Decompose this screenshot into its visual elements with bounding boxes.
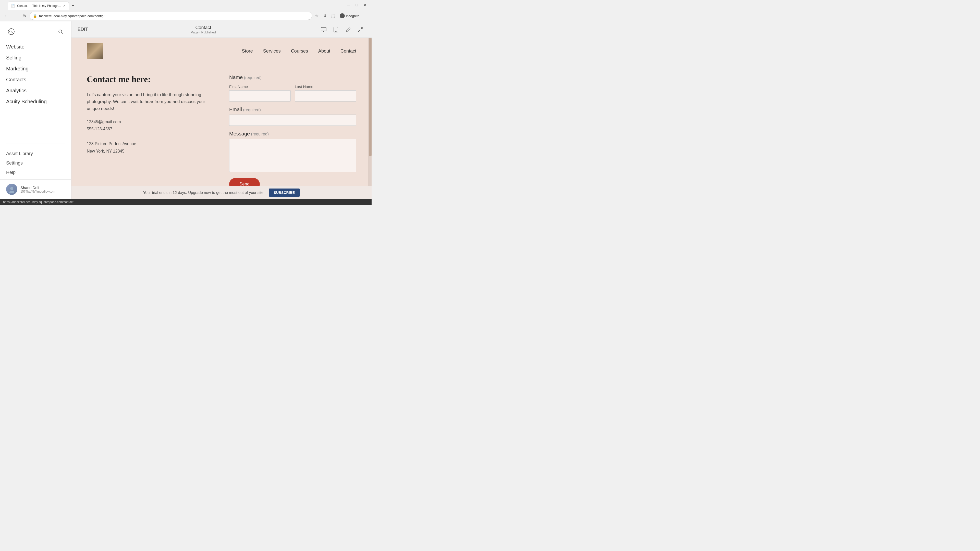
site-nav-services[interactable]: Services	[263, 48, 281, 54]
sidebar-item-asset-library[interactable]: Asset Library	[0, 149, 71, 159]
avatar	[6, 184, 18, 195]
page-status: Page · Published	[191, 30, 216, 34]
site-nav-contact[interactable]: Contact	[340, 48, 356, 54]
address-bar-actions: ☆ ⬇ ⬚ Incognito ⋮	[313, 12, 369, 19]
close-button[interactable]: ✕	[361, 2, 369, 9]
sidebar-top	[0, 21, 71, 39]
svg-line-10	[358, 30, 360, 32]
contact-left: Contact me here: Let's capture your visi…	[87, 75, 214, 190]
forward-button[interactable]: →	[11, 12, 19, 20]
active-tab[interactable]: 📄 Contact — This is my Photogra... ×	[8, 2, 69, 10]
user-name: Shane Deli	[21, 186, 65, 190]
app-container: Website Selling Marketing Contacts Analy…	[0, 21, 372, 199]
site-nav-about[interactable]: About	[318, 48, 330, 54]
trial-message: Your trial ends in 12 days. Upgrade now …	[143, 190, 265, 195]
email-required: (required)	[243, 108, 261, 112]
contact-address1: 123 Picture Perfect Avenue	[87, 140, 214, 148]
sidebar-logo	[6, 27, 16, 37]
sidebar-nav: Website Selling Marketing Contacts Analy…	[0, 39, 71, 141]
message-label: Message	[229, 131, 250, 137]
trial-bar: Your trial ends in 12 days. Upgrade now …	[72, 186, 372, 199]
desktop-view-button[interactable]	[318, 24, 329, 35]
message-section: Message (required)	[229, 131, 356, 173]
subscribe-button[interactable]: SUBSCRIBE	[269, 189, 300, 197]
name-label: Name	[229, 75, 243, 80]
contact-info: 12345@gmail.com 555-123-4567 123 Picture…	[87, 118, 214, 155]
sidebar-item-settings[interactable]: Settings	[0, 159, 71, 168]
last-name-label: Last Name	[295, 84, 356, 89]
top-bar: EDIT Contact Page · Published	[72, 21, 372, 38]
status-bar: https://mackerel-seal-nldy.squarespace.c…	[0, 199, 372, 205]
profile-icon	[340, 13, 345, 18]
sidebar-item-acuity[interactable]: Acuity Scheduling	[0, 96, 71, 107]
refresh-button[interactable]: ↻	[21, 12, 29, 20]
sidebar-item-website[interactable]: Website	[0, 41, 71, 52]
fullscreen-button[interactable]	[355, 24, 366, 35]
sidebar-item-analytics[interactable]: Analytics	[0, 85, 71, 96]
site-nav-courses[interactable]: Courses	[291, 48, 308, 54]
minimize-button[interactable]: ─	[345, 2, 352, 9]
sidebar-user[interactable]: Shane Deli 1574ba45@moodjoy.com	[0, 179, 71, 199]
svg-point-2	[10, 187, 13, 190]
download-button[interactable]: ⬇	[321, 12, 328, 19]
back-button[interactable]: ←	[2, 12, 10, 20]
top-bar-right	[318, 24, 366, 35]
edit-button[interactable]: EDIT	[78, 27, 88, 32]
edit-mode-button[interactable]	[343, 24, 353, 35]
top-bar-left: EDIT	[78, 27, 88, 32]
profile-button[interactable]: Incognito	[338, 12, 361, 19]
contact-phone: 555-123-4567	[87, 125, 214, 133]
name-section: Name (required)	[229, 75, 356, 80]
preview-area[interactable]: Store Services Courses About Contact Con…	[72, 38, 372, 199]
contact-address2: New York, NY 12345	[87, 148, 214, 155]
site-logo	[87, 43, 103, 59]
sidebar-search-button[interactable]	[56, 27, 65, 36]
site-nav-store[interactable]: Store	[242, 48, 253, 54]
new-tab-button[interactable]: +	[69, 2, 77, 10]
message-required: (required)	[251, 132, 269, 136]
last-name-group: Last Name	[295, 84, 356, 102]
menu-button[interactable]: ⋮	[363, 12, 369, 19]
svg-rect-4	[321, 27, 326, 31]
last-name-input[interactable]	[295, 90, 356, 102]
main-content: EDIT Contact Page · Published	[72, 21, 372, 199]
name-required: (required)	[244, 76, 262, 80]
contact-email: 12345@gmail.com	[87, 118, 214, 126]
email-label: Email	[229, 106, 242, 112]
sidebar-item-selling[interactable]: Selling	[0, 52, 71, 63]
scrollbar-thumb[interactable]	[369, 38, 372, 156]
bookmark-button[interactable]: ☆	[313, 12, 320, 19]
profile-label: Incognito	[346, 14, 360, 18]
svg-point-0	[59, 30, 62, 33]
site-preview: Store Services Courses About Contact Con…	[72, 38, 372, 199]
message-textarea[interactable]	[229, 139, 356, 172]
status-url: https://mackerel-seal-nldy.squarespace.c…	[3, 200, 73, 204]
svg-line-1	[62, 33, 63, 34]
tablet-mode-button[interactable]: ⬚	[329, 12, 337, 19]
tab-close-button[interactable]: ×	[63, 4, 65, 8]
contact-form: Name (required) First Name Last Name	[229, 75, 356, 190]
svg-point-3	[9, 191, 14, 193]
svg-line-9	[361, 27, 363, 29]
user-email: 1574ba45@moodjoy.com	[21, 190, 65, 193]
maximize-button[interactable]: □	[353, 2, 360, 9]
top-bar-center: Contact Page · Published	[191, 25, 216, 34]
sidebar-item-help[interactable]: Help	[0, 168, 71, 177]
first-name-group: First Name	[229, 84, 291, 102]
first-name-input[interactable]	[229, 90, 291, 102]
address-bar[interactable]: 🔒 mackerel-seal-nldy.squarespace.com/con…	[30, 12, 312, 20]
tab-title: Contact — This is my Photogra...	[17, 4, 61, 8]
user-info: Shane Deli 1574ba45@moodjoy.com	[21, 186, 65, 193]
sidebar-secondary-nav: Asset Library Settings Help	[0, 147, 71, 179]
url-display: mackerel-seal-nldy.squarespace.com/confi…	[39, 14, 309, 18]
scrollbar-track[interactable]	[369, 38, 372, 186]
tab-favicon: 📄	[11, 4, 15, 8]
browser-chrome: 📄 Contact — This is my Photogra... × + ─…	[0, 0, 372, 21]
name-fields: First Name Last Name	[229, 84, 356, 102]
sidebar-item-marketing[interactable]: Marketing	[0, 63, 71, 74]
site-nav: Store Services Courses About Contact	[72, 38, 372, 64]
mobile-view-button[interactable]	[331, 24, 341, 35]
sidebar-item-contacts[interactable]: Contacts	[0, 74, 71, 85]
email-input[interactable]	[229, 114, 356, 126]
email-section: Email (required)	[229, 106, 356, 126]
